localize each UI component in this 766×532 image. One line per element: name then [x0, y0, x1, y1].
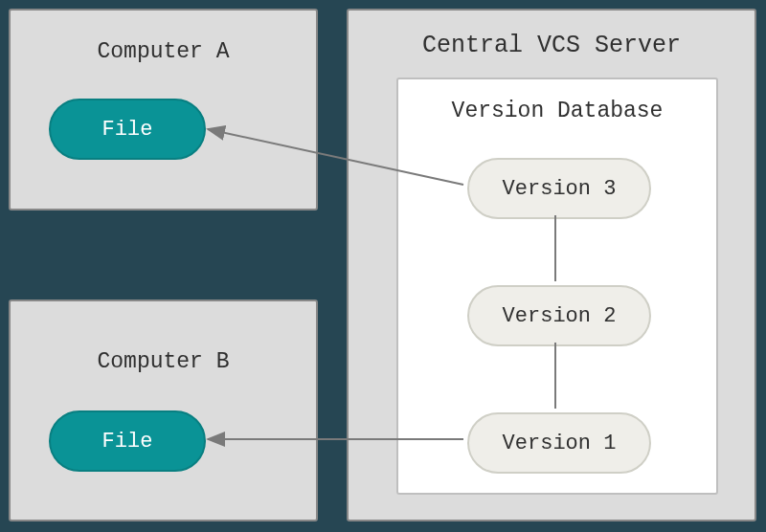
computer-a-file-pill: File — [49, 99, 206, 160]
computer-a-box: Computer A File — [9, 9, 318, 211]
computer-a-title: Computer A — [11, 39, 316, 64]
server-box: Central VCS Server Version Database Vers… — [347, 9, 756, 521]
version-label-3: Version 3 — [503, 177, 617, 201]
version-pill-2: Version 2 — [467, 285, 651, 346]
version-pill-1: Version 1 — [467, 412, 651, 474]
version-label-2: Version 2 — [503, 304, 617, 328]
version-database-box: Version Database Version 3 Version 2 Ver… — [396, 78, 718, 495]
diagram-stage: Computer A File Computer B File Central … — [0, 0, 766, 532]
server-title: Central VCS Server — [349, 32, 755, 59]
version-label-1: Version 1 — [503, 432, 617, 455]
computer-b-file-label: File — [102, 430, 153, 454]
computer-b-file-pill: File — [49, 410, 206, 472]
version-database-title: Version Database — [398, 99, 716, 123]
computer-b-box: Computer B File — [9, 299, 318, 521]
version-pill-3: Version 3 — [467, 158, 651, 219]
computer-b-title: Computer B — [11, 349, 316, 374]
computer-a-file-label: File — [102, 118, 153, 142]
